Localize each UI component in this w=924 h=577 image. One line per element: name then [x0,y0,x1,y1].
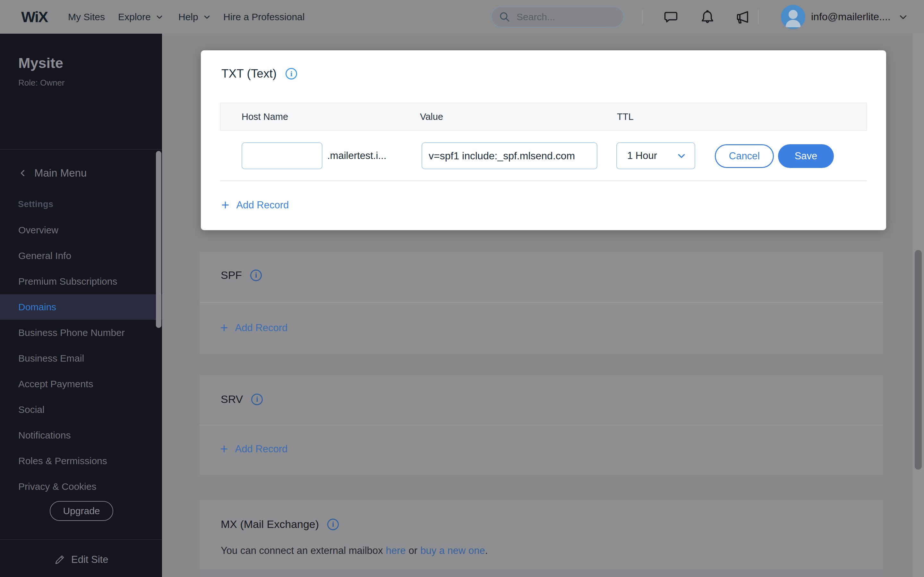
host-name-suffix: .mailertest.i... [327,142,386,169]
back-to-main-menu[interactable]: Main Menu [18,166,87,181]
sidebar-item-roles-permissions[interactable]: Roles & Permissions [0,448,162,474]
sidebar-divider [0,539,162,540]
upgrade-button[interactable]: Upgrade [50,501,113,521]
sidebar-item-business-email[interactable]: Business Email [0,346,162,371]
site-name: Mysite [18,55,63,71]
host-name-field[interactable] [242,142,322,169]
value-field[interactable] [422,142,598,169]
section-divider [200,425,883,425]
nav-help[interactable]: Help [178,0,211,34]
wix-dashboard-screen: WiX My Sites Explore Help Hire a Profess… [0,0,924,577]
info-icon[interactable]: i [286,68,297,79]
column-header-host-name: Host Name [242,103,288,131]
srv-section: SRV i + Add Record [200,375,883,475]
info-icon[interactable]: i [250,269,262,281]
host-name-input[interactable] [242,143,322,169]
sidebar-item-domains[interactable]: Domains [0,294,162,320]
sidebar-footer: Upgrade Edit Site [0,492,162,577]
search-input[interactable] [517,11,613,23]
chevron-down-icon [156,13,163,21]
chat-icon[interactable] [662,8,680,26]
txt-card-title: TXT (Text) [221,67,276,81]
mx-table-header-strip [200,569,883,577]
nav-hire-a-professional[interactable]: Hire a Professional [223,0,304,34]
chevron-down-icon[interactable] [898,0,908,34]
buy-a-new-one-link[interactable]: buy a new one [420,545,485,556]
chevron-left-icon [18,169,27,177]
edit-site-button[interactable]: Edit Site [54,552,108,568]
sidebar-menu: Overview General Info Premium Subscripti… [0,218,162,500]
avatar[interactable] [781,5,805,29]
account-email[interactable]: info@mailerlite.... [811,0,891,34]
nav-my-sites[interactable]: My Sites [68,0,105,34]
txt-add-record-link[interactable]: + Add Record [221,197,289,213]
sidebar-scrollbar-thumb[interactable] [156,151,162,328]
sidebar-item-overview[interactable]: Overview [0,218,162,243]
chevron-down-icon [203,13,211,21]
txt-record-card: TXT (Text) i Host Name Value TTL .mailer… [201,50,886,230]
value-input[interactable] [422,143,597,169]
sidebar-item-premium-subscriptions[interactable]: Premium Subscriptions [0,269,162,294]
column-header-value: Value [420,103,443,131]
chevron-down-icon [677,151,686,161]
page-scrollbar-track [913,34,924,577]
info-icon[interactable]: i [251,394,263,405]
mx-description: You can connect an external mailbox here… [221,544,488,558]
cancel-button[interactable]: Cancel [715,144,774,168]
plus-icon: + [221,199,229,211]
section-divider [200,302,883,303]
notifications-bell-icon[interactable] [698,8,717,26]
wix-logo[interactable]: WiX [21,0,47,34]
row-divider [220,181,867,181]
pencil-icon [54,554,65,566]
settings-section-label: Settings [18,199,53,210]
search-box[interactable] [491,6,624,27]
spf-add-record-link[interactable]: + Add Record [220,320,288,336]
sidebar-item-social[interactable]: Social [0,397,162,422]
top-bar: WiX My Sites Explore Help Hire a Profess… [0,0,924,34]
srv-add-record-link[interactable]: + Add Record [220,441,288,457]
sidebar-item-notifications[interactable]: Notifications [0,422,162,448]
mx-section: MX (Mail Exchange) i You can connect an … [200,500,883,577]
spf-section: SPF i + Add Record [200,252,883,354]
nav-explore[interactable]: Explore [118,0,163,34]
page-scrollbar-thumb[interactable] [915,250,922,470]
site-role: Role: Owner [18,78,65,88]
sidebar: Mysite Role: Owner Main Menu Settings Ov… [0,34,162,577]
sidebar-divider [0,149,162,150]
ttl-dropdown[interactable]: 1 Hour [616,142,695,169]
info-icon[interactable]: i [327,519,339,530]
txt-table-header: Host Name Value TTL [220,103,867,131]
plus-icon: + [220,322,228,334]
sidebar-item-business-phone-number[interactable]: Business Phone Number [0,320,162,346]
mx-title: MX (Mail Exchange) [221,518,319,530]
sidebar-item-accept-payments[interactable]: Accept Payments [0,371,162,397]
search-icon [499,11,511,23]
plus-icon: + [220,443,228,456]
announcements-megaphone-icon[interactable] [734,8,753,26]
header-divider [758,10,759,24]
main-content: TXT (Text) i Host Name Value TTL .mailer… [162,34,924,577]
srv-title: SRV [221,393,243,406]
sidebar-item-general-info[interactable]: General Info [0,243,162,269]
save-button[interactable]: Save [778,144,834,168]
header-divider [642,10,643,24]
spf-title: SPF [221,269,242,282]
connect-mailbox-here-link[interactable]: here [386,545,406,556]
column-header-ttl: TTL [617,103,634,131]
